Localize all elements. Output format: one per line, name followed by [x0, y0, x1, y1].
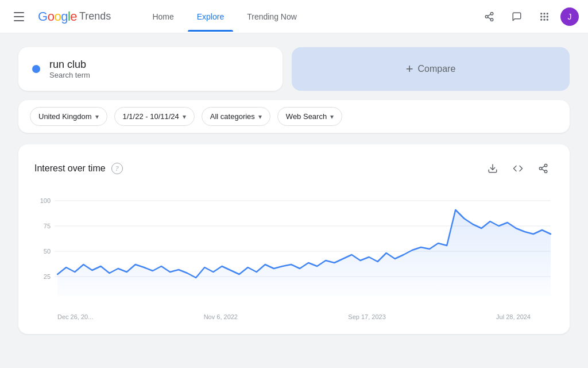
logo-trends-text: Trends — [79, 10, 111, 22]
svg-rect-5 — [540, 13, 542, 14]
search-info: run club Search term — [49, 59, 90, 79]
region-label: United Kingdom — [38, 112, 92, 121]
region-filter[interactable]: United Kingdom ▾ — [30, 107, 107, 126]
nav-explore[interactable]: Explore — [188, 7, 233, 26]
x-axis-labels: Dec 26, 20... Nov 6, 2022 Sep 17, 2023 J… — [34, 310, 554, 320]
svg-text:75: 75 — [44, 223, 51, 229]
svg-line-18 — [541, 169, 544, 171]
region-chevron-icon: ▾ — [95, 113, 99, 121]
svg-line-3 — [488, 17, 490, 19]
interest-chart: 100 75 50 25 — [34, 193, 554, 308]
compare-card[interactable]: + Compare — [292, 47, 570, 91]
search-type-filter[interactable]: Web Search ▾ — [277, 107, 342, 126]
x-label-2: Sep 17, 2023 — [348, 313, 385, 320]
apps-icon-btn[interactable] — [533, 5, 556, 28]
svg-rect-13 — [547, 18, 548, 20]
compare-plus-icon: + — [406, 62, 413, 76]
chart-header: Interest over time ? — [34, 158, 554, 179]
download-chart-btn[interactable] — [482, 158, 503, 179]
svg-rect-6 — [544, 13, 546, 14]
svg-text:100: 100 — [40, 197, 51, 204]
logo[interactable]: Google Trends — [38, 9, 111, 24]
categories-filter[interactable]: All categories ▾ — [202, 107, 270, 126]
svg-rect-10 — [547, 16, 548, 17]
chart-card: Interest over time ? — [18, 144, 570, 334]
svg-rect-8 — [540, 16, 542, 17]
main-nav: Home Explore Trending Now — [143, 7, 305, 26]
chart-title-area: Interest over time ? — [34, 163, 123, 174]
search-dot-indicator — [32, 65, 40, 73]
x-label-0: Dec 26, 20... — [57, 313, 93, 320]
main-content: run club Search term + Compare United Ki… — [0, 33, 588, 348]
header: Google Trends Home Explore Trending Now — [0, 0, 588, 33]
embed-chart-btn[interactable] — [508, 158, 528, 179]
share-icon-btn[interactable] — [478, 5, 501, 28]
svg-line-19 — [541, 166, 544, 168]
compare-label: Compare — [418, 64, 456, 74]
svg-text:25: 25 — [44, 273, 51, 280]
x-label-3: Jul 28, 2024 — [496, 313, 531, 320]
svg-rect-12 — [544, 18, 546, 20]
chart-container: 100 75 50 25 — [34, 193, 554, 320]
categories-chevron-icon: ▾ — [258, 113, 262, 121]
date-chevron-icon: ▾ — [183, 113, 186, 121]
svg-rect-9 — [544, 16, 546, 17]
nav-trending-now[interactable]: Trending Now — [238, 7, 306, 26]
filters-bar: United Kingdom ▾ 1/1/22 - 10/11/24 ▾ All… — [18, 100, 570, 133]
search-area: run club Search term + Compare — [18, 47, 570, 91]
search-type: Search term — [49, 71, 90, 79]
svg-rect-11 — [540, 18, 542, 20]
menu-icon[interactable] — [9, 7, 29, 26]
svg-rect-7 — [547, 13, 548, 14]
header-left: Google Trends Home Explore Trending Now — [9, 7, 306, 26]
logo-google-text: Google — [38, 9, 77, 24]
x-label-1: Nov 6, 2022 — [204, 313, 238, 320]
date-filter[interactable]: 1/1/22 - 10/11/24 ▾ — [114, 107, 195, 126]
search-card: run club Search term — [18, 47, 283, 91]
help-icon[interactable]: ? — [111, 163, 123, 174]
chart-title: Interest over time — [34, 163, 106, 174]
nav-home[interactable]: Home — [143, 7, 183, 26]
search-term: run club — [49, 59, 90, 71]
date-label: 1/1/22 - 10/11/24 — [123, 112, 179, 121]
feedback-icon-btn[interactable] — [505, 5, 528, 28]
svg-text:50: 50 — [44, 248, 51, 255]
header-right: J — [478, 5, 579, 28]
user-avatar[interactable]: J — [560, 7, 579, 26]
chart-actions — [482, 158, 554, 179]
svg-line-4 — [488, 14, 490, 16]
svg-marker-28 — [57, 210, 551, 296]
search-type-label: Web Search — [286, 112, 327, 121]
search-type-chevron-icon: ▾ — [330, 113, 334, 121]
categories-label: All categories — [210, 112, 255, 121]
share-chart-btn[interactable] — [533, 158, 554, 179]
